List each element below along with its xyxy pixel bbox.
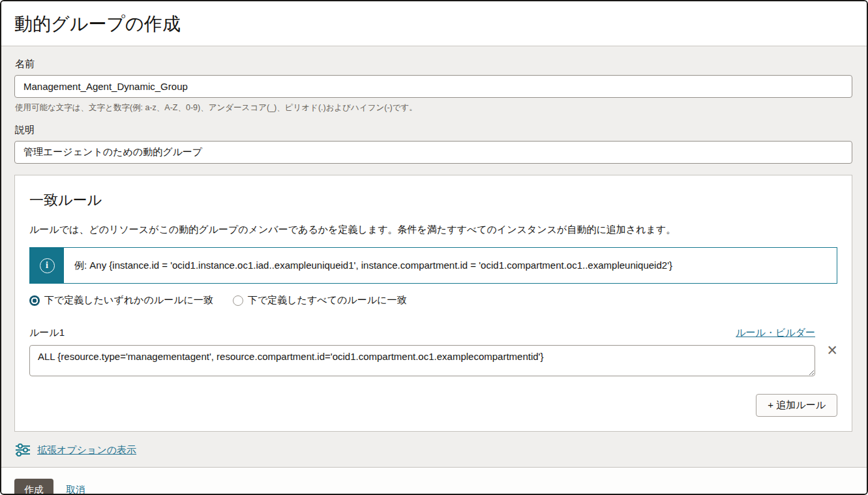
rule-header-row: ルール1 ルール・ビルダー bbox=[29, 327, 815, 339]
create-button[interactable]: 作成 bbox=[14, 479, 53, 495]
sliders-icon bbox=[15, 443, 31, 457]
radio-match-any-label: 下で定義したいずれかのルールに一致 bbox=[44, 294, 213, 307]
radio-unselected-icon[interactable] bbox=[233, 295, 243, 306]
rule-input-row: ALL {resource.type='managementagent', re… bbox=[29, 345, 837, 376]
radio-selected-icon[interactable] bbox=[29, 295, 40, 306]
name-input[interactable] bbox=[14, 75, 852, 98]
example-info-banner: i 例: Any {instance.id = 'ocid1.instance.… bbox=[29, 247, 837, 284]
radio-match-all-label: 下で定義したすべてのルールに一致 bbox=[248, 294, 407, 307]
name-helper-text: 使用可能な文字は、文字と数字(例: a-z、A-Z、0-9)、アンダースコア(_… bbox=[15, 102, 852, 113]
advanced-options-link[interactable]: 拡張オプションの表示 bbox=[37, 444, 136, 457]
dialog-header: 動的グループの作成 bbox=[1, 1, 867, 46]
rule-builder-link[interactable]: ルール・ビルダー bbox=[736, 327, 815, 339]
create-dynamic-group-dialog: 動的グループの作成 名前 使用可能な文字は、文字と数字(例: a-z、A-Z、0… bbox=[0, 0, 868, 495]
radio-match-all[interactable]: 下で定義したすべてのルールに一致 bbox=[233, 294, 407, 307]
add-rule-row: + 追加ルール bbox=[29, 394, 837, 417]
description-input[interactable] bbox=[14, 141, 852, 164]
radio-match-any[interactable]: 下で定義したいずれかのルールに一致 bbox=[29, 294, 213, 307]
matching-rules-description: ルールでは、どのリソースがこの動的グループのメンバーであるかを定義します。条件を… bbox=[29, 224, 837, 236]
add-rule-button[interactable]: + 追加ルール bbox=[756, 394, 837, 417]
matching-rules-title: 一致ルール bbox=[29, 190, 837, 210]
remove-rule-icon[interactable]: × bbox=[815, 344, 837, 359]
match-mode-radio-group: 下で定義したいずれかのルールに一致 下で定義したすべてのルールに一致 bbox=[29, 294, 837, 307]
example-info-text: 例: Any {instance.id = 'ocid1.instance.oc… bbox=[64, 248, 683, 283]
dialog-body: 名前 使用可能な文字は、文字と数字(例: a-z、A-Z、0-9)、アンダースコ… bbox=[1, 46, 867, 467]
rule-1-label: ルール1 bbox=[29, 327, 65, 339]
advanced-options-row: 拡張オプションの表示 bbox=[14, 432, 852, 467]
page-title: 動的グループの作成 bbox=[14, 12, 854, 37]
info-icon-block: i bbox=[30, 248, 64, 283]
name-label: 名前 bbox=[15, 58, 852, 70]
cancel-link[interactable]: 取消 bbox=[66, 484, 85, 495]
description-label: 説明 bbox=[15, 124, 852, 136]
dialog-footer: 作成 取消 bbox=[1, 467, 867, 495]
matching-rules-panel: 一致ルール ルールでは、どのリソースがこの動的グループのメンバーであるかを定義し… bbox=[14, 175, 852, 432]
info-icon: i bbox=[40, 258, 55, 273]
rule-1-textarea[interactable]: ALL {resource.type='managementagent', re… bbox=[29, 345, 815, 376]
